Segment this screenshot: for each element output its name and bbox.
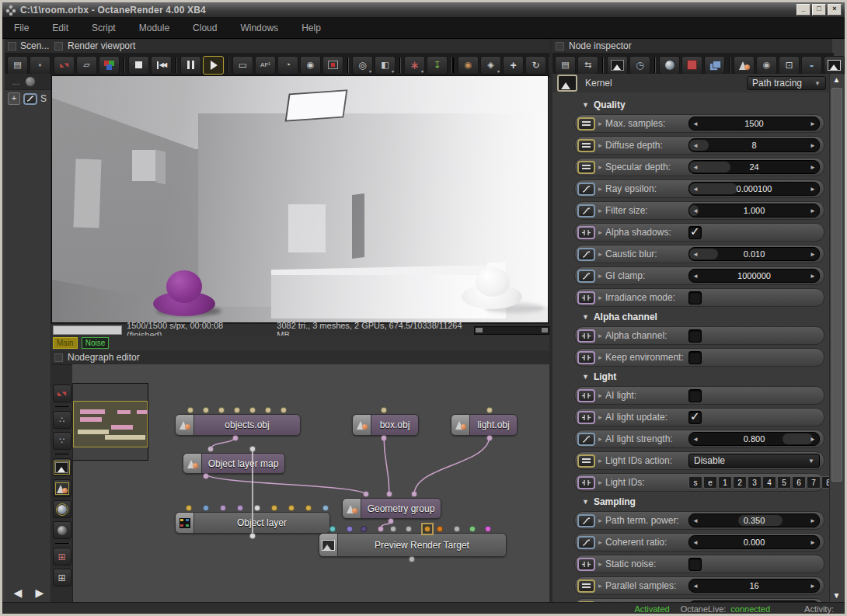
slider-decrement-icon[interactable]: ◄ — [689, 142, 702, 149]
node-input-pin[interactable] — [265, 407, 271, 413]
expand-param-icon[interactable]: ► — [595, 517, 605, 524]
menu-cloud[interactable]: Cloud — [181, 19, 228, 37]
ng-collapse-nodes-icon[interactable]: ∵ — [53, 432, 71, 450]
slider-increment-icon[interactable]: ► — [807, 251, 819, 258]
node-input-pin[interactable] — [218, 407, 225, 413]
slider-ai-light-strength[interactable]: ◄0.800► — [688, 432, 820, 446]
ng-toggle-image-preview-icon[interactable] — [53, 458, 71, 476]
node-input-pin[interactable] — [406, 526, 412, 532]
restart-render-icon[interactable]: ◀◀ — [151, 56, 172, 75]
node-type-icon-float[interactable] — [577, 433, 595, 446]
node-input-pin[interactable] — [386, 491, 392, 497]
node-type-icon-float[interactable] — [577, 183, 595, 196]
node-input-pin[interactable] — [220, 505, 226, 511]
node-inspector-header[interactable]: Node inspector — [552, 39, 832, 54]
title-bar[interactable]: C:\1\room.orbx - OctaneRender 4.00 XB4 _… — [2, 2, 845, 18]
ng-show-grid-icon[interactable]: ⊞ — [53, 569, 71, 586]
slider-ray-epsilon[interactable]: ◄0.000100► — [688, 182, 820, 196]
node-input-pin[interactable] — [249, 446, 256, 452]
slider-max-samples[interactable]: ◄1500► — [688, 117, 820, 131]
menu-module[interactable]: Module — [127, 19, 181, 37]
background-mode-icon[interactable]: ◧▾ — [375, 56, 396, 75]
nodegraph-canvas[interactable]: objects.objbox.objlight.objObject layer … — [72, 364, 549, 602]
pass-tab-main[interactable]: Main — [53, 337, 78, 349]
section-header-alpha-channel[interactable]: ▼Alpha channel — [582, 310, 829, 324]
ng-detach-icon[interactable]: ◣◥ — [53, 385, 71, 402]
expand-param-icon[interactable]: ► — [595, 186, 605, 193]
slider-increment-icon[interactable]: ► — [807, 436, 819, 443]
node-gg[interactable]: Geometry group — [342, 498, 441, 519]
slider-increment-icon[interactable]: ► — [807, 120, 819, 127]
slider-increment-icon[interactable]: ► — [807, 273, 819, 280]
expand-param-icon[interactable]: ► — [595, 392, 605, 399]
slider-decrement-icon[interactable]: ◄ — [689, 436, 702, 443]
close-button[interactable]: × — [828, 4, 842, 16]
light-id-chip-4[interactable]: 4 — [762, 476, 776, 489]
node-objlayer[interactable]: Object layer — [175, 512, 330, 534]
slider-decrement-icon[interactable]: ◄ — [689, 583, 702, 590]
expand-param-icon[interactable]: ► — [595, 273, 605, 280]
node-input-pin[interactable] — [347, 526, 353, 532]
light-id-chip-1[interactable]: 1 — [718, 476, 732, 489]
render-viewport-header[interactable]: Render viewport — [51, 39, 552, 54]
slider-decrement-icon[interactable]: ◄ — [689, 539, 702, 546]
light-id-chip-6[interactable]: 6 — [792, 476, 806, 489]
maximize-button[interactable]: □ — [812, 4, 826, 16]
node-input-pin[interactable] — [485, 526, 491, 532]
node-type-icon-bool[interactable] — [577, 558, 595, 571]
node-input-pin[interactable] — [363, 491, 369, 497]
geometry-node-icon[interactable] — [734, 56, 755, 75]
slider-filter-size[interactable]: ◄1.000► — [688, 204, 820, 218]
slider-parallel-samples[interactable]: ◄16► — [688, 579, 820, 593]
slider-decrement-icon[interactable]: ◄ — [689, 517, 702, 524]
camera-snapshot-icon[interactable]: ◉ — [300, 56, 321, 75]
node-input-pin[interactable] — [469, 526, 476, 532]
camera-motion-blur-icon[interactable]: ◔ — [277, 56, 298, 75]
outliner-add-tab-icon[interactable] — [26, 77, 35, 86]
menu-edit[interactable]: Edit — [40, 19, 80, 37]
resize-viewport-icon[interactable]: ▱ — [76, 56, 97, 75]
menu-script[interactable]: Script — [80, 19, 127, 37]
slider-decrement-icon[interactable]: ◄ — [689, 120, 702, 127]
slider-increment-icon[interactable]: ► — [807, 583, 819, 590]
slider-increment-icon[interactable]: ► — [807, 186, 819, 193]
light-id-chip-e[interactable]: e — [703, 476, 717, 489]
node-input-pin[interactable] — [381, 407, 387, 413]
kernel-node-icon[interactable] — [824, 56, 845, 75]
animation-node-icon[interactable]: ◷ — [629, 56, 650, 75]
material-node-icon[interactable] — [659, 56, 680, 75]
expand-param-icon[interactable]: ► — [595, 436, 605, 443]
expand-param-icon[interactable]: ► — [595, 294, 605, 301]
expand-param-icon[interactable]: ► — [595, 583, 605, 590]
slider-increment-icon[interactable]: ► — [807, 539, 819, 546]
layers-node-icon[interactable] — [704, 56, 725, 75]
outliner-subtab[interactable]: ... — [5, 74, 51, 90]
node-type-icon-bool[interactable] — [577, 351, 595, 364]
node-input-pin[interactable] — [207, 446, 214, 452]
menu-help[interactable]: Help — [290, 19, 333, 37]
outliner-options-icon[interactable]: ● — [30, 56, 51, 75]
node-olm[interactable]: Object layer map — [183, 453, 285, 474]
node-input-pin[interactable] — [234, 407, 240, 413]
medium-node-icon[interactable] — [681, 56, 702, 75]
scroll-down-icon[interactable]: ▼ — [830, 590, 843, 602]
node-output-pin[interactable] — [203, 473, 209, 479]
expand-param-icon[interactable]: ► — [595, 164, 605, 171]
rotate-gizmo-icon[interactable]: ↻ — [525, 56, 546, 75]
stop-render-icon[interactable] — [128, 56, 149, 75]
node-input-pin[interactable] — [305, 505, 312, 511]
scene-outliner-tab[interactable]: Scen... — [5, 39, 51, 54]
nodegraph-header[interactable]: Nodegraph editor — [51, 350, 552, 365]
slider-increment-icon[interactable]: ► — [807, 517, 819, 524]
region-render-icon[interactable] — [322, 56, 343, 75]
expand-param-icon[interactable]: ► — [595, 561, 605, 568]
node-output-pin[interactable] — [388, 518, 394, 524]
node-input-pin[interactable] — [288, 505, 295, 511]
outliner-root-row[interactable]: + S — [5, 90, 51, 107]
expand-param-icon[interactable]: ► — [595, 414, 605, 421]
checkbox-ai-light[interactable] — [688, 389, 702, 402]
node-type-icon-float[interactable] — [577, 204, 595, 218]
node-type-icon-float[interactable] — [577, 248, 595, 261]
scrollbar-thumb[interactable] — [831, 88, 842, 482]
node-input-pin[interactable] — [378, 526, 384, 532]
